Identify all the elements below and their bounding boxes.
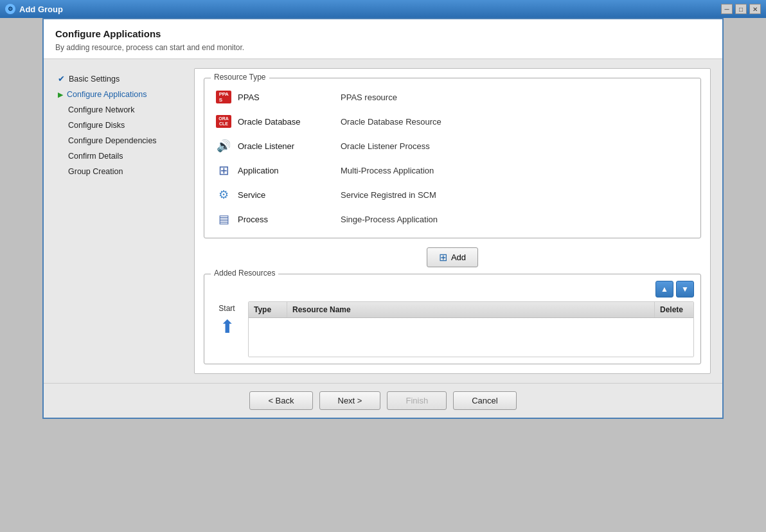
sidebar-item-label: Configure Disks bbox=[68, 121, 125, 130]
resource-type-group: Resource Type PPAS PPAS PPAS resource OR… bbox=[204, 78, 701, 238]
add-button-label: Add bbox=[451, 253, 466, 262]
move-buttons: ▲ ▼ bbox=[211, 281, 694, 297]
resource-desc-service: Service Registred in SCM bbox=[341, 190, 436, 200]
minimize-button[interactable]: ─ bbox=[721, 4, 733, 14]
service-icon: ⚙ bbox=[216, 187, 231, 202]
resource-name-oracle-listener: Oracle Listener bbox=[238, 141, 341, 151]
col-delete: Delete bbox=[655, 302, 693, 317]
add-button-area: ⊞ Add bbox=[204, 247, 701, 267]
resource-row-oracle-db[interactable]: ORACLE Oracle Database Oracle Database R… bbox=[213, 109, 691, 134]
sidebar-item-label: Group Creation bbox=[68, 167, 123, 176]
resource-name-service: Service bbox=[238, 190, 341, 200]
application-icon: ⊞ bbox=[216, 163, 231, 178]
dialog-header: Configure Applications By adding resourc… bbox=[44, 19, 722, 59]
added-resources-table: Type Resource Name Delete bbox=[248, 301, 694, 357]
sidebar-item-configure-dependencies[interactable]: Configure Dependencies bbox=[55, 133, 184, 148]
resource-row-service[interactable]: ⚙ Service Service Registred in SCM bbox=[213, 182, 691, 207]
close-button[interactable]: ✕ bbox=[749, 4, 761, 14]
resource-desc-process: Singe-Process Application bbox=[341, 215, 438, 224]
resource-row-process[interactable]: ▤ Process Singe-Process Application bbox=[213, 207, 691, 231]
dialog-body: ✔ Basic Settings ▶ Configure Application… bbox=[44, 59, 722, 383]
sidebar-item-label: Confirm Details bbox=[68, 152, 123, 161]
sidebar-item-label: Basic Settings bbox=[69, 75, 120, 84]
finish-button[interactable]: Finish bbox=[387, 391, 447, 410]
page-description: By adding resource, process can start an… bbox=[55, 43, 711, 52]
sidebar-nav: ✔ Basic Settings ▶ Configure Application… bbox=[55, 68, 184, 374]
resource-desc-oracle-listener: Oracle Listener Process bbox=[341, 141, 430, 151]
app-icon: ⚙ bbox=[5, 4, 15, 14]
window-controls: ─ □ ✕ bbox=[721, 4, 761, 14]
added-resources-title: Added Resources bbox=[211, 269, 278, 278]
resource-desc-ppas: PPAS resource bbox=[341, 93, 397, 102]
maximize-button[interactable]: □ bbox=[735, 4, 747, 14]
resources-table-area: Start ⬆ Type Resource Name Delete bbox=[211, 301, 694, 357]
resource-list: PPAS PPAS PPAS resource ORACLE Oracle Da… bbox=[213, 85, 691, 231]
sidebar-item-label: Configure Dependencies bbox=[68, 136, 157, 145]
sidebar-item-label: Configure Network bbox=[68, 105, 135, 114]
move-up-button[interactable]: ▲ bbox=[655, 281, 673, 297]
start-label: Start bbox=[218, 304, 235, 313]
col-resource-name: Resource Name bbox=[287, 302, 655, 317]
dialog-title: Add Group bbox=[19, 4, 63, 14]
table-header: Type Resource Name Delete bbox=[249, 302, 693, 318]
title-bar: ⚙ Add Group ─ □ ✕ bbox=[0, 0, 766, 18]
add-group-dialog: Configure Applications By adding resourc… bbox=[42, 18, 724, 419]
resource-name-ppas: PPAS bbox=[238, 93, 341, 102]
add-button[interactable]: ⊞ Add bbox=[427, 247, 478, 267]
sidebar-item-configure-applications[interactable]: ▶ Configure Applications bbox=[55, 87, 184, 102]
resource-row-ppas[interactable]: PPAS PPAS PPAS resource bbox=[213, 85, 691, 109]
next-button[interactable]: Next > bbox=[319, 391, 381, 410]
resource-desc-application: Multi-Process Application bbox=[341, 166, 434, 175]
back-button[interactable]: < Back bbox=[249, 391, 312, 410]
resource-desc-oracle-db: Oracle Database Resource bbox=[341, 117, 441, 127]
dialog-footer: < Back Next > Finish Cancel bbox=[44, 383, 722, 418]
resource-name-application: Application bbox=[238, 166, 341, 175]
oracle-listener-icon: 🔊 bbox=[216, 138, 231, 154]
cancel-button[interactable]: Cancel bbox=[453, 391, 516, 410]
move-down-button[interactable]: ▼ bbox=[676, 281, 694, 297]
sidebar-item-confirm-details[interactable]: Confirm Details bbox=[55, 148, 184, 164]
resource-type-title: Resource Type bbox=[211, 73, 269, 82]
arrow-icon: ▶ bbox=[58, 91, 63, 99]
process-icon: ▤ bbox=[216, 211, 231, 227]
page-title: Configure Applications bbox=[55, 28, 711, 39]
ppas-icon: PPAS bbox=[216, 89, 231, 105]
start-arrow-icon: ⬆ bbox=[220, 318, 235, 336]
checkmark-icon: ✔ bbox=[58, 74, 65, 84]
added-resources-group: Added Resources ▲ ▼ Start ⬆ Type Resourc… bbox=[204, 274, 701, 364]
sidebar-item-label: Configure Applications bbox=[67, 90, 147, 99]
main-panel: Resource Type PPAS PPAS PPAS resource OR… bbox=[194, 68, 711, 374]
resource-row-application[interactable]: ⊞ Application Multi-Process Application bbox=[213, 158, 691, 182]
col-type: Type bbox=[249, 302, 287, 317]
start-column: Start ⬆ bbox=[211, 301, 243, 357]
oracle-db-icon: ORACLE bbox=[216, 114, 231, 129]
resource-row-oracle-listener[interactable]: 🔊 Oracle Listener Oracle Listener Proces… bbox=[213, 134, 691, 158]
table-body bbox=[249, 318, 693, 357]
resource-name-oracle-db: Oracle Database bbox=[238, 117, 341, 127]
sidebar-item-configure-disks[interactable]: Configure Disks bbox=[55, 118, 184, 133]
sidebar-item-configure-network[interactable]: Configure Network bbox=[55, 102, 184, 118]
sidebar-item-basic-settings[interactable]: ✔ Basic Settings bbox=[55, 71, 184, 87]
resource-name-process: Process bbox=[238, 215, 341, 224]
add-button-icon: ⊞ bbox=[439, 251, 447, 263]
sidebar-item-group-creation[interactable]: Group Creation bbox=[55, 164, 184, 179]
